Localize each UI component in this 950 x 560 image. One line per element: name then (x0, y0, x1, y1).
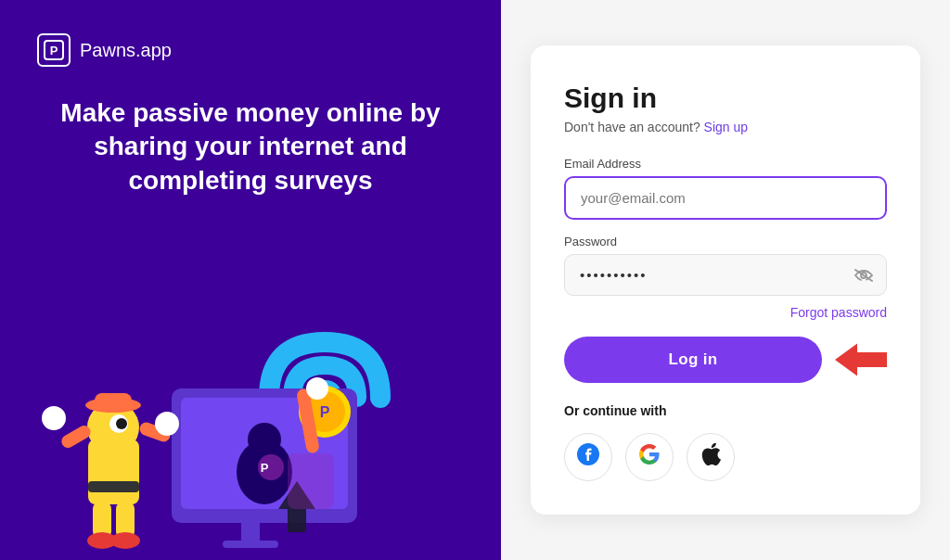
logo-area: P Pawns.app (37, 33, 464, 67)
svg-text:P: P (261, 461, 269, 475)
svg-point-24 (155, 412, 179, 436)
red-arrow-icon (835, 343, 887, 376)
svg-rect-21 (59, 423, 93, 450)
password-input-wrapper (564, 254, 887, 296)
login-button[interactable]: Log in (564, 337, 822, 383)
email-label: Email Address (564, 157, 887, 171)
forgot-password-row: Forgot password (564, 305, 887, 320)
facebook-login-button[interactable] (564, 433, 612, 481)
tagline: Make passive money online by sharing you… (37, 96, 464, 197)
illustration-area: P P (37, 216, 464, 560)
toggle-password-button[interactable] (854, 268, 874, 283)
google-icon (638, 443, 661, 471)
svg-point-28 (110, 532, 140, 549)
login-card: Sign in Don't have an account? Sign up E… (531, 45, 920, 515)
illustration: P P (37, 263, 464, 560)
svg-rect-20 (95, 393, 132, 408)
right-panel: Sign in Don't have an account? Sign up E… (501, 0, 950, 560)
svg-point-23 (42, 406, 66, 430)
logo-text: Pawns.app (80, 40, 172, 61)
password-label: Password (564, 235, 887, 248)
svg-text:P: P (50, 44, 58, 57)
apple-icon (700, 443, 721, 471)
svg-rect-6 (223, 541, 278, 548)
sign-up-link[interactable]: Sign up (704, 120, 748, 134)
svg-rect-29 (88, 481, 139, 492)
logo-icon: P (37, 33, 71, 67)
login-button-row: Log in (564, 337, 887, 383)
password-field-group: Password (564, 235, 887, 296)
eye-slash-icon (854, 268, 874, 283)
svg-point-32 (306, 377, 328, 400)
apple-login-button[interactable] (687, 433, 735, 481)
left-panel: P Pawns.app Make passive money online by… (0, 0, 501, 560)
email-input[interactable] (564, 176, 887, 220)
no-account-text: Don't have an account? Sign up (564, 120, 887, 134)
email-field-group: Email Address (564, 157, 887, 220)
svg-point-18 (116, 418, 127, 429)
or-continue-text: Or continue with (564, 403, 887, 418)
svg-rect-30 (288, 453, 334, 509)
svg-rect-5 (241, 523, 260, 543)
sign-in-title: Sign in (564, 83, 887, 114)
arrow-indicator (835, 343, 887, 376)
social-buttons (564, 433, 887, 481)
facebook-icon (577, 443, 599, 471)
svg-point-8 (248, 423, 281, 456)
forgot-password-link[interactable]: Forgot password (790, 305, 887, 320)
svg-marker-34 (835, 343, 887, 375)
google-login-button[interactable] (625, 433, 674, 481)
svg-text:P: P (320, 404, 330, 420)
password-input[interactable] (564, 254, 887, 296)
